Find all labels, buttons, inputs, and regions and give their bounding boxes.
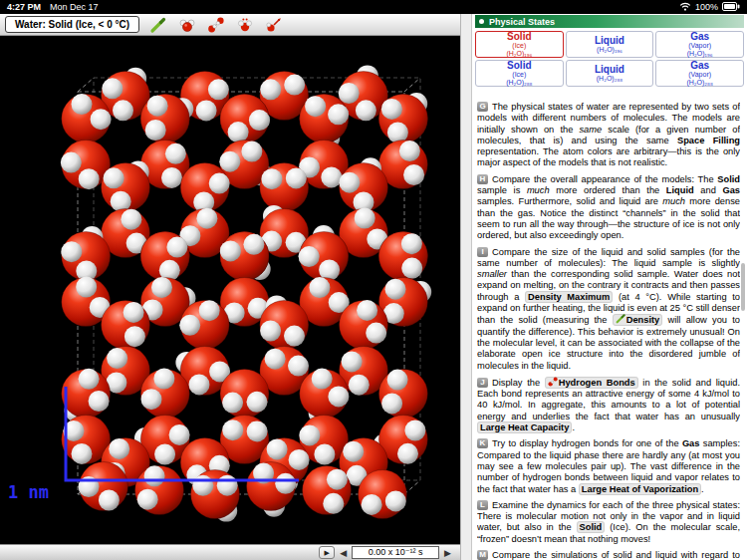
text-segment: sample is bbox=[477, 185, 527, 195]
state-button-gas-288[interactable]: Gas (Vapor) (H₂O)₂₈₈ bbox=[655, 60, 744, 87]
text-segment: Gas bbox=[682, 438, 700, 448]
inline-link[interactable]: Density bbox=[613, 314, 663, 326]
status-right: 100% bbox=[679, 2, 740, 13]
state-formula: (H₂O)₂₈₈ bbox=[597, 75, 622, 83]
step-forward-button[interactable]: ▶ bbox=[444, 548, 451, 558]
text-segment: Liquid bbox=[666, 185, 694, 195]
play-button[interactable]: ▶ bbox=[319, 546, 335, 559]
state-formula: (H₂O)₁₉₆ bbox=[687, 50, 713, 58]
velocity-vector-icon[interactable] bbox=[264, 15, 284, 35]
hbond-icon bbox=[548, 377, 558, 387]
state-formula: (H₂O)₂₈₈ bbox=[686, 79, 712, 87]
paragraph-j: JDisplay the Hydrogen Bonds in the solid… bbox=[477, 377, 740, 433]
paragraph-badge: L bbox=[477, 500, 488, 510]
wifi-icon bbox=[679, 2, 691, 13]
inline-link[interactable]: Large Heat of Vaporization bbox=[579, 483, 701, 495]
inline-link[interactable]: Density Maximum bbox=[525, 291, 613, 303]
paragraph-i: ICompare the size of the liquid and soli… bbox=[477, 247, 740, 372]
molecule-viewport[interactable]: 1 nm bbox=[0, 36, 460, 544]
scrollbar-thumb[interactable] bbox=[741, 263, 745, 311]
text-segment: Compare the simulations of solid and liq… bbox=[477, 550, 740, 560]
text-segment: much bbox=[662, 196, 685, 206]
paragraph-h: HCompare the overall appearance of the m… bbox=[477, 174, 740, 242]
text-segment: Gas bbox=[722, 185, 740, 195]
text-segment: . bbox=[701, 484, 704, 494]
inline-link[interactable]: Solid bbox=[577, 521, 606, 533]
measure-pencil-icon[interactable] bbox=[148, 15, 168, 35]
paragraph-badge: I bbox=[477, 247, 488, 257]
text-segment: Try to display hydrogen bonds for one of… bbox=[492, 438, 682, 448]
state-subtitle: (Vapor) bbox=[688, 71, 711, 79]
paragraph-badge: M bbox=[477, 550, 488, 560]
bullet-icon bbox=[479, 19, 484, 24]
status-time: 4:27 PM bbox=[7, 2, 41, 12]
state-subtitle: (Ice) bbox=[512, 71, 526, 79]
playback-bar: ▶ ◀ 0.00 x 10⁻¹² s ▶ bbox=[0, 544, 460, 560]
panel-header: Physical States bbox=[475, 15, 744, 28]
state-button-liquid-196[interactable]: Liquid (H₂O)₁₉₆ bbox=[566, 31, 654, 58]
state-name: Solid bbox=[507, 32, 531, 42]
partial-charge-icon[interactable] bbox=[235, 15, 255, 35]
toolbar: Water: Solid (Ice, < 0 °C) bbox=[0, 14, 460, 36]
paragraph-badge: H bbox=[477, 174, 488, 184]
pencil-icon bbox=[616, 314, 625, 324]
inline-link[interactable]: Hydrogen Bonds bbox=[545, 377, 638, 389]
text-segment: representation. The atom colors are arbi… bbox=[477, 146, 740, 167]
paragraph-k: KTry to display hydrogen bonds for one o… bbox=[477, 438, 740, 494]
status-left: 4:27 PM Mon Dec 17 bbox=[7, 2, 99, 12]
state-formula: (H₂O)₁₉₆ bbox=[597, 46, 622, 54]
battery-icon bbox=[722, 2, 740, 13]
model-selector[interactable]: Water: Solid (Ice, < 0 °C) bbox=[5, 16, 139, 33]
text-segment: same bbox=[579, 125, 602, 135]
text-segment: Compare the size of the liquid and solid… bbox=[477, 247, 740, 268]
state-name: Solid bbox=[507, 61, 531, 71]
paragraph-badge: G bbox=[477, 102, 488, 112]
text-segment: Compare the overall appearance of the mo… bbox=[492, 174, 717, 184]
step-back-button[interactable]: ◀ bbox=[340, 548, 347, 558]
status-date: Mon Dec 17 bbox=[50, 2, 99, 12]
state-button-solid-288[interactable]: Solid (Ice) (H₂O)₂₈₈ bbox=[475, 60, 564, 87]
paragraph-m: MCompare the simulations of solid and li… bbox=[477, 550, 740, 560]
paragraph-badge: J bbox=[477, 378, 488, 388]
water-molecule-icon[interactable] bbox=[177, 15, 197, 35]
state-button-liquid-288[interactable]: Liquid (H₂O)₂₈₈ bbox=[566, 60, 654, 87]
state-subtitle: (Vapor) bbox=[688, 42, 711, 50]
state-formula: (H₂O)₂₈₈ bbox=[506, 79, 532, 87]
text-segment: much bbox=[527, 185, 550, 195]
hydrogen-bond-icon[interactable] bbox=[206, 15, 226, 35]
pane-divider bbox=[460, 14, 472, 560]
text-segment: more ordered than the bbox=[550, 185, 666, 195]
state-subtitle: (Ice) bbox=[512, 42, 526, 50]
info-panel: Physical States Solid (Ice) (H₂O)₁₉₆ Liq… bbox=[472, 14, 747, 560]
state-name: Gas bbox=[690, 32, 709, 42]
paragraph-l: LExamine the dynamics for each of the th… bbox=[477, 500, 740, 545]
paragraph-badge: K bbox=[477, 438, 488, 448]
app-window: 4:27 PM Mon Dec 17 100% Water: Solid (Ic… bbox=[0, 0, 747, 560]
text-segment: smaller bbox=[477, 269, 507, 279]
paragraph-g: GThe physical states of water are repres… bbox=[477, 102, 740, 169]
inline-link[interactable]: Large Heat Capacity bbox=[477, 421, 572, 433]
battery-percent: 100% bbox=[695, 2, 718, 12]
text-segment: and bbox=[694, 185, 723, 195]
state-name: Liquid bbox=[595, 36, 624, 46]
state-button-gas-196[interactable]: Gas (Vapor) (H₂O)₁₉₆ bbox=[655, 31, 744, 58]
text-segment: . bbox=[572, 422, 575, 432]
panel-title: Physical States bbox=[489, 17, 555, 27]
time-display: 0.00 x 10⁻¹² s bbox=[352, 546, 439, 559]
simulation-pane: Water: Solid (Ice, < 0 °C) bbox=[0, 14, 460, 560]
scale-label: 1 nm bbox=[8, 482, 49, 502]
status-bar: 4:27 PM Mon Dec 17 100% bbox=[0, 0, 747, 14]
state-button-solid-196[interactable]: Solid (Ice) (H₂O)₁₉₆ bbox=[475, 31, 564, 58]
state-name: Liquid bbox=[595, 65, 624, 75]
article: GThe physical states of water are repres… bbox=[477, 102, 740, 560]
state-name: Gas bbox=[690, 61, 709, 71]
molecule-canvas: 1 nm bbox=[0, 36, 460, 544]
text-segment: Space Filling bbox=[677, 136, 740, 145]
state-grid: Solid (Ice) (H₂O)₁₉₆ Liquid (H₂O)₁₉₆ Gas… bbox=[475, 31, 744, 87]
state-formula: (H₂O)₁₉₆ bbox=[506, 50, 532, 58]
text-segment: Solid bbox=[717, 174, 740, 184]
text-segment: samples. Furthermore, solid and liquid a… bbox=[477, 196, 662, 206]
text-segment: Display the bbox=[492, 378, 545, 388]
